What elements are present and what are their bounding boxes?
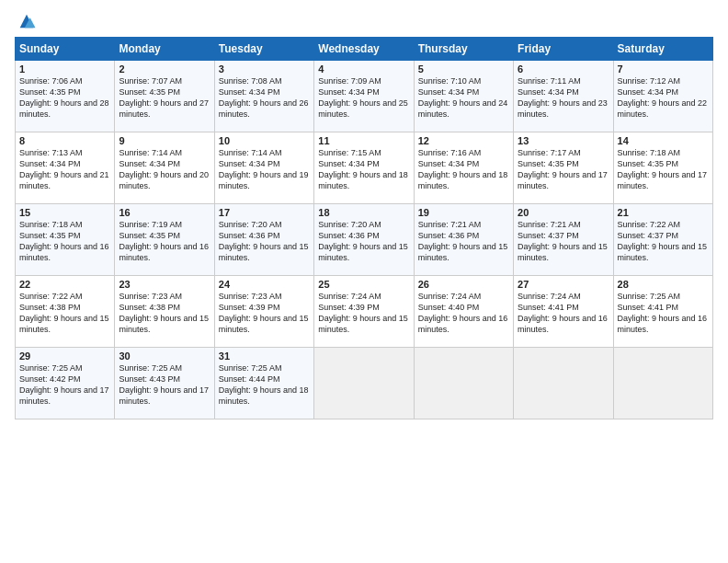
day-info: Sunrise: 7:17 AMSunset: 4:35 PMDaylight:… xyxy=(518,148,608,190)
col-header-monday: Monday xyxy=(115,38,214,61)
day-info: Sunrise: 7:25 AMSunset: 4:43 PMDaylight:… xyxy=(119,363,209,406)
day-number: 4 xyxy=(318,63,409,75)
header xyxy=(15,11,713,31)
col-header-thursday: Thursday xyxy=(414,38,513,61)
day-number: 22 xyxy=(19,279,110,290)
day-info: Sunrise: 7:20 AMSunset: 4:36 PMDaylight:… xyxy=(219,220,309,262)
calendar-cell: 13 Sunrise: 7:17 AMSunset: 4:35 PMDaylig… xyxy=(514,132,613,204)
day-info: Sunrise: 7:10 AMSunset: 4:34 PMDaylight:… xyxy=(418,76,508,119)
calendar-cell: 30 Sunrise: 7:25 AMSunset: 4:43 PMDaylig… xyxy=(115,348,214,419)
day-number: 11 xyxy=(318,135,409,146)
day-info: Sunrise: 7:20 AMSunset: 4:36 PMDaylight:… xyxy=(318,220,408,262)
day-number: 14 xyxy=(618,135,709,146)
week-row-5: 29 Sunrise: 7:25 AMSunset: 4:42 PMDaylig… xyxy=(16,348,713,419)
col-header-tuesday: Tuesday xyxy=(214,38,313,61)
day-number: 8 xyxy=(19,135,110,146)
day-number: 18 xyxy=(318,207,409,218)
day-info: Sunrise: 7:15 AMSunset: 4:34 PMDaylight:… xyxy=(318,148,408,190)
calendar-cell: 7 Sunrise: 7:12 AMSunset: 4:34 PMDayligh… xyxy=(613,61,712,132)
logo-icon xyxy=(17,11,37,31)
day-info: Sunrise: 7:21 AMSunset: 4:36 PMDaylight:… xyxy=(418,220,508,262)
day-info: Sunrise: 7:12 AMSunset: 4:34 PMDaylight:… xyxy=(618,76,708,119)
day-info: Sunrise: 7:22 AMSunset: 4:37 PMDaylight:… xyxy=(618,220,708,262)
week-row-1: 1 Sunrise: 7:06 AMSunset: 4:35 PMDayligh… xyxy=(16,61,713,132)
calendar-cell: 5 Sunrise: 7:10 AMSunset: 4:34 PMDayligh… xyxy=(414,61,513,132)
day-number: 27 xyxy=(518,279,609,290)
day-number: 1 xyxy=(19,63,110,75)
calendar-cell: 23 Sunrise: 7:23 AMSunset: 4:38 PMDaylig… xyxy=(115,276,214,348)
calendar-page: SundayMondayTuesdayWednesdayThursdayFrid… xyxy=(0,0,728,563)
day-number: 10 xyxy=(219,135,310,146)
calendar-cell: 22 Sunrise: 7:22 AMSunset: 4:38 PMDaylig… xyxy=(16,276,115,348)
day-info: Sunrise: 7:23 AMSunset: 4:39 PMDaylight:… xyxy=(219,292,309,334)
col-header-saturday: Saturday xyxy=(613,38,712,61)
calendar-cell: 3 Sunrise: 7:08 AMSunset: 4:34 PMDayligh… xyxy=(214,61,313,132)
calendar-cell: 29 Sunrise: 7:25 AMSunset: 4:42 PMDaylig… xyxy=(16,348,115,419)
day-number: 26 xyxy=(418,279,509,290)
day-info: Sunrise: 7:22 AMSunset: 4:38 PMDaylight:… xyxy=(19,292,109,334)
calendar-cell: 31 Sunrise: 7:25 AMSunset: 4:44 PMDaylig… xyxy=(214,348,313,419)
day-info: Sunrise: 7:18 AMSunset: 4:35 PMDaylight:… xyxy=(19,220,109,262)
day-info: Sunrise: 7:25 AMSunset: 4:41 PMDaylight:… xyxy=(618,292,708,334)
day-info: Sunrise: 7:24 AMSunset: 4:41 PMDaylight:… xyxy=(518,292,608,334)
calendar-cell: 6 Sunrise: 7:11 AMSunset: 4:34 PMDayligh… xyxy=(514,61,613,132)
day-info: Sunrise: 7:07 AMSunset: 4:35 PMDaylight:… xyxy=(119,76,209,119)
day-number: 20 xyxy=(518,207,609,218)
logo xyxy=(15,11,37,31)
day-number: 24 xyxy=(219,279,310,290)
week-row-2: 8 Sunrise: 7:13 AMSunset: 4:34 PMDayligh… xyxy=(16,132,713,204)
day-number: 9 xyxy=(119,135,210,146)
col-header-friday: Friday xyxy=(514,38,613,61)
col-header-sunday: Sunday xyxy=(16,38,115,61)
day-number: 5 xyxy=(418,63,509,75)
day-info: Sunrise: 7:14 AMSunset: 4:34 PMDaylight:… xyxy=(219,148,309,190)
day-info: Sunrise: 7:24 AMSunset: 4:40 PMDaylight:… xyxy=(418,292,508,334)
calendar-cell xyxy=(314,348,414,419)
calendar-cell: 27 Sunrise: 7:24 AMSunset: 4:41 PMDaylig… xyxy=(514,276,613,348)
day-info: Sunrise: 7:13 AMSunset: 4:34 PMDaylight:… xyxy=(19,148,109,190)
calendar-cell: 15 Sunrise: 7:18 AMSunset: 4:35 PMDaylig… xyxy=(16,204,115,276)
day-number: 17 xyxy=(219,207,310,218)
calendar-cell: 8 Sunrise: 7:13 AMSunset: 4:34 PMDayligh… xyxy=(16,132,115,204)
calendar-cell: 25 Sunrise: 7:24 AMSunset: 4:39 PMDaylig… xyxy=(314,276,414,348)
day-number: 19 xyxy=(418,207,509,218)
col-header-wednesday: Wednesday xyxy=(314,38,414,61)
day-number: 30 xyxy=(119,350,210,362)
calendar-cell: 10 Sunrise: 7:14 AMSunset: 4:34 PMDaylig… xyxy=(214,132,313,204)
calendar-cell: 4 Sunrise: 7:09 AMSunset: 4:34 PMDayligh… xyxy=(314,61,414,132)
day-number: 31 xyxy=(219,350,310,362)
day-info: Sunrise: 7:16 AMSunset: 4:34 PMDaylight:… xyxy=(418,148,508,190)
calendar-cell: 11 Sunrise: 7:15 AMSunset: 4:34 PMDaylig… xyxy=(314,132,414,204)
day-info: Sunrise: 7:24 AMSunset: 4:39 PMDaylight:… xyxy=(318,292,408,334)
calendar-cell: 26 Sunrise: 7:24 AMSunset: 4:40 PMDaylig… xyxy=(414,276,513,348)
day-info: Sunrise: 7:19 AMSunset: 4:35 PMDaylight:… xyxy=(119,220,209,262)
day-info: Sunrise: 7:11 AMSunset: 4:34 PMDaylight:… xyxy=(518,76,608,119)
calendar-cell: 21 Sunrise: 7:22 AMSunset: 4:37 PMDaylig… xyxy=(613,204,712,276)
week-row-3: 15 Sunrise: 7:18 AMSunset: 4:35 PMDaylig… xyxy=(16,204,713,276)
calendar-cell: 9 Sunrise: 7:14 AMSunset: 4:34 PMDayligh… xyxy=(115,132,214,204)
calendar-cell xyxy=(613,348,712,419)
day-info: Sunrise: 7:23 AMSunset: 4:38 PMDaylight:… xyxy=(119,292,209,334)
calendar-table: SundayMondayTuesdayWednesdayThursdayFrid… xyxy=(15,37,713,419)
day-number: 28 xyxy=(618,279,709,290)
day-info: Sunrise: 7:06 AMSunset: 4:35 PMDaylight:… xyxy=(19,76,109,119)
calendar-cell: 18 Sunrise: 7:20 AMSunset: 4:36 PMDaylig… xyxy=(314,204,414,276)
calendar-cell: 28 Sunrise: 7:25 AMSunset: 4:41 PMDaylig… xyxy=(613,276,712,348)
calendar-cell xyxy=(514,348,613,419)
day-number: 12 xyxy=(418,135,509,146)
calendar-cell xyxy=(414,348,513,419)
day-info: Sunrise: 7:09 AMSunset: 4:34 PMDaylight:… xyxy=(318,76,408,119)
day-number: 21 xyxy=(618,207,709,218)
day-number: 15 xyxy=(19,207,110,218)
calendar-cell: 19 Sunrise: 7:21 AMSunset: 4:36 PMDaylig… xyxy=(414,204,513,276)
calendar-cell: 14 Sunrise: 7:18 AMSunset: 4:35 PMDaylig… xyxy=(613,132,712,204)
day-number: 7 xyxy=(618,63,709,75)
day-number: 2 xyxy=(119,63,210,75)
day-number: 23 xyxy=(119,279,210,290)
calendar-cell: 12 Sunrise: 7:16 AMSunset: 4:34 PMDaylig… xyxy=(414,132,513,204)
day-info: Sunrise: 7:25 AMSunset: 4:42 PMDaylight:… xyxy=(19,363,109,406)
calendar-cell: 16 Sunrise: 7:19 AMSunset: 4:35 PMDaylig… xyxy=(115,204,214,276)
day-number: 13 xyxy=(518,135,609,146)
calendar-cell: 24 Sunrise: 7:23 AMSunset: 4:39 PMDaylig… xyxy=(214,276,313,348)
day-number: 25 xyxy=(318,279,409,290)
